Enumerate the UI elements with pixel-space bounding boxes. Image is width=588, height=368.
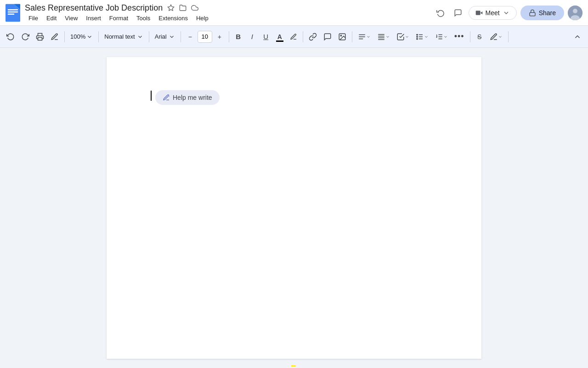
menu-tools[interactable]: Tools bbox=[133, 14, 154, 23]
text-color-button[interactable]: A bbox=[273, 30, 286, 43]
video-icon bbox=[475, 9, 483, 17]
svg-rect-6 bbox=[475, 11, 480, 15]
strikethrough-button[interactable]: S bbox=[473, 30, 486, 43]
separator-8 bbox=[470, 31, 470, 42]
pen-button[interactable] bbox=[487, 30, 505, 43]
print-button[interactable] bbox=[33, 30, 47, 43]
align-chevron-icon bbox=[366, 34, 371, 39]
toolbar: 100% Normal text Arial − + B I U A bbox=[0, 26, 588, 48]
svg-rect-3 bbox=[8, 13, 14, 14]
bullet-list-icon bbox=[416, 33, 424, 41]
pen-icon bbox=[490, 33, 498, 41]
history-icon bbox=[436, 9, 445, 17]
meet-label: Meet bbox=[486, 9, 500, 17]
star-icon bbox=[167, 4, 175, 12]
numberedlist-chevron-icon bbox=[443, 34, 448, 39]
svg-rect-7 bbox=[530, 12, 535, 16]
avatar-image bbox=[568, 6, 582, 20]
share-button[interactable]: Share bbox=[520, 6, 564, 20]
more-options-button[interactable]: ••• bbox=[452, 30, 467, 43]
separator-1 bbox=[64, 31, 65, 42]
zoom-value: 100% bbox=[70, 33, 85, 40]
font-selector[interactable]: Arial bbox=[152, 32, 178, 41]
user-avatar[interactable] bbox=[568, 6, 582, 20]
document-page[interactable]: Help me write bbox=[107, 57, 481, 359]
style-chevron-icon bbox=[137, 34, 143, 40]
line-spacing-icon bbox=[377, 33, 385, 41]
menu-format[interactable]: Format bbox=[106, 14, 132, 23]
star-button[interactable] bbox=[166, 3, 175, 12]
redo-button[interactable] bbox=[18, 30, 32, 43]
pen-chevron-icon bbox=[498, 34, 503, 39]
svg-marker-5 bbox=[168, 5, 174, 11]
checklist-button[interactable] bbox=[394, 30, 412, 43]
zoom-control[interactable]: 100% bbox=[68, 32, 96, 41]
checklist-icon bbox=[396, 33, 405, 41]
underline-button[interactable]: U bbox=[260, 30, 272, 43]
numbered-list-icon bbox=[435, 33, 443, 41]
text-cursor bbox=[151, 91, 152, 101]
cloud-icon bbox=[191, 4, 198, 12]
svg-point-9 bbox=[573, 9, 577, 13]
cursor-line: Help me write bbox=[151, 90, 437, 105]
highlight-button[interactable] bbox=[287, 30, 300, 43]
more-dots-icon: ••• bbox=[454, 32, 464, 41]
separator-2 bbox=[98, 31, 99, 42]
font-value: Arial bbox=[155, 33, 167, 40]
svg-point-13 bbox=[340, 35, 341, 36]
style-selector[interactable]: Normal text bbox=[102, 32, 146, 41]
collapse-icon bbox=[573, 33, 582, 41]
link-button[interactable] bbox=[306, 30, 320, 43]
numbered-list-button[interactable] bbox=[432, 30, 451, 43]
checklist-chevron-icon bbox=[405, 34, 409, 39]
insert-comment-button[interactable] bbox=[321, 30, 334, 43]
undo-icon bbox=[6, 33, 15, 41]
folder-button[interactable] bbox=[178, 3, 187, 12]
help-me-write-button[interactable]: Help me write bbox=[155, 90, 220, 105]
folder-icon bbox=[179, 4, 187, 12]
italic-button[interactable]: I bbox=[246, 30, 259, 43]
menu-extensions[interactable]: Extensions bbox=[155, 14, 192, 23]
title-right: Meet Share bbox=[434, 6, 582, 20]
svg-point-30 bbox=[168, 95, 169, 96]
separator-5 bbox=[229, 31, 229, 42]
undo-button[interactable] bbox=[4, 30, 17, 43]
menu-view[interactable]: View bbox=[61, 14, 81, 23]
menu-insert[interactable]: Insert bbox=[82, 14, 105, 23]
alignment-button[interactable] bbox=[355, 30, 373, 43]
link-icon bbox=[309, 33, 317, 41]
separator-3 bbox=[149, 31, 149, 42]
image-icon bbox=[338, 33, 346, 41]
menu-help[interactable]: Help bbox=[192, 14, 212, 23]
doc-title-row: Sales Representative Job Description bbox=[25, 3, 434, 13]
collapse-toolbar-button[interactable] bbox=[571, 30, 584, 43]
svg-point-31 bbox=[169, 96, 170, 97]
title-bar: Sales Representative Job Description bbox=[0, 0, 588, 26]
doc-title-text[interactable]: Sales Representative Job Description bbox=[25, 3, 163, 13]
comments-button[interactable] bbox=[451, 6, 465, 20]
spellcheck-button[interactable] bbox=[48, 30, 62, 43]
font-size-input[interactable] bbox=[198, 31, 212, 43]
font-size-decrease[interactable]: − bbox=[184, 30, 197, 43]
menu-edit[interactable]: Edit bbox=[43, 14, 60, 23]
bullet-list-button[interactable] bbox=[413, 30, 431, 43]
cloud-button[interactable] bbox=[190, 3, 199, 12]
menu-file[interactable]: File bbox=[25, 14, 42, 23]
zoom-chevron-icon bbox=[86, 34, 93, 40]
style-value: Normal text bbox=[104, 33, 135, 40]
line-spacing-button[interactable] bbox=[374, 30, 393, 43]
svg-point-24 bbox=[417, 34, 418, 35]
menu-bar: File Edit View Insert Format Tools Exten… bbox=[25, 14, 434, 23]
insert-image-button[interactable] bbox=[335, 30, 349, 43]
svg-rect-11 bbox=[38, 37, 42, 40]
history-button[interactable] bbox=[434, 6, 447, 20]
redo-icon bbox=[21, 33, 29, 41]
font-size-increase[interactable]: + bbox=[213, 30, 226, 43]
font-size-control: − + bbox=[184, 30, 226, 43]
bold-button[interactable]: B bbox=[232, 30, 245, 43]
meet-button[interactable]: Meet bbox=[469, 6, 517, 20]
docs-icon bbox=[6, 4, 20, 22]
help-me-write-icon bbox=[163, 94, 170, 101]
lock-icon bbox=[529, 9, 536, 17]
svg-point-25 bbox=[417, 36, 418, 37]
